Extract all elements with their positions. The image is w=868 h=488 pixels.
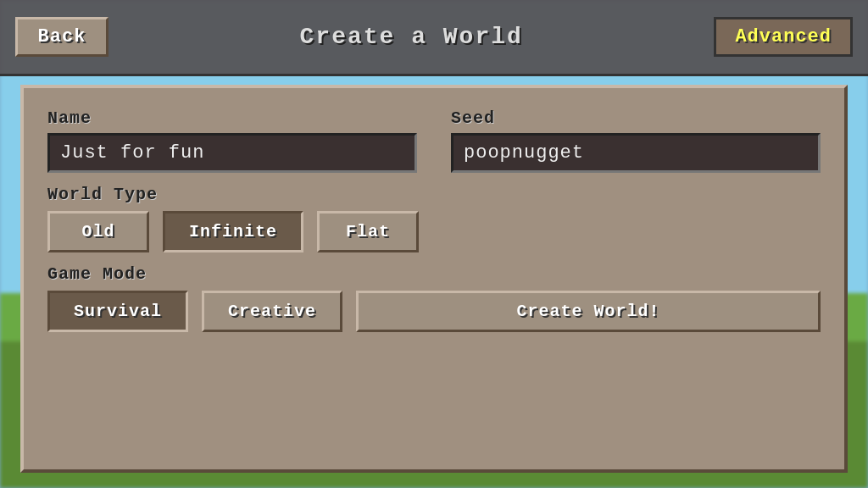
- world-type-section: World Type Old Infinite Flat: [47, 185, 821, 252]
- seed-group: Seed: [451, 108, 821, 173]
- advanced-button[interactable]: Advanced: [714, 17, 853, 57]
- seed-label: Seed: [451, 108, 821, 128]
- game-mode-section: Game Mode Survival Creative Create World…: [47, 264, 821, 332]
- world-type-flat-button[interactable]: Flat: [317, 211, 419, 252]
- game-mode-label: Game Mode: [47, 264, 821, 284]
- game-mode-survival-button[interactable]: Survival: [47, 291, 188, 332]
- game-mode-row: Survival Creative Create World!: [47, 291, 821, 332]
- world-type-label: World Type: [47, 185, 821, 204]
- create-world-button[interactable]: Create World!: [356, 291, 821, 332]
- name-input[interactable]: [47, 133, 417, 173]
- name-label: Name: [47, 108, 417, 128]
- world-type-infinite-button[interactable]: Infinite: [163, 211, 303, 252]
- world-type-buttons: Old Infinite Flat: [47, 211, 821, 252]
- main-panel: Name Seed World Type Old Infinite Flat G…: [20, 85, 848, 473]
- name-group: Name: [47, 108, 417, 173]
- game-mode-creative-button[interactable]: Creative: [202, 291, 342, 332]
- seed-input[interactable]: [451, 133, 821, 173]
- top-bar: Back Create a World Advanced: [0, 0, 868, 76]
- world-type-old-button[interactable]: Old: [47, 211, 149, 252]
- page-title: Create a World: [300, 24, 523, 50]
- back-button[interactable]: Back: [15, 17, 108, 57]
- name-seed-row: Name Seed: [47, 108, 821, 173]
